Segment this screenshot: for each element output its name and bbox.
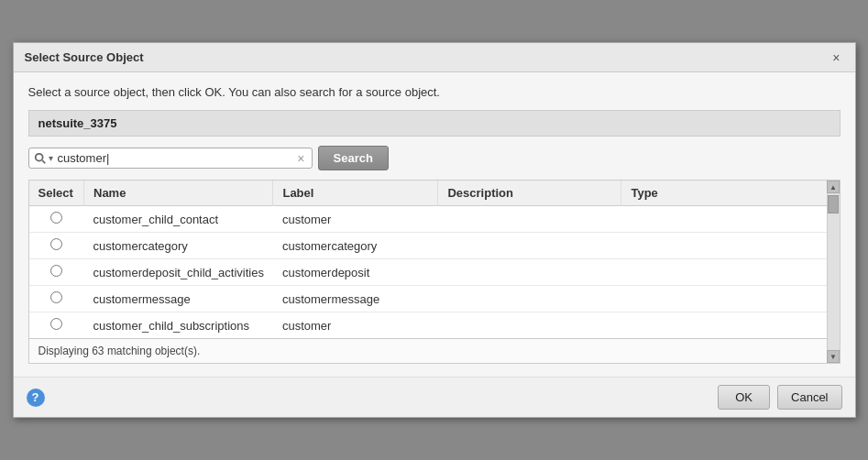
svg-line-1 — [42, 160, 45, 163]
dialog-title-bar: Select Source Object × — [14, 43, 855, 72]
label-cell: customerdeposit — [273, 259, 438, 286]
name-cell: customercategory — [84, 233, 273, 259]
name-cell: customermessage — [84, 286, 273, 312]
table-row: customer_child_subscriptionscustomer — [29, 312, 840, 339]
description-cell — [438, 233, 621, 259]
select-cell[interactable] — [29, 259, 84, 286]
description-cell — [438, 259, 621, 286]
results-table-container: Select Name Label Description Type custo… — [28, 180, 841, 364]
select-cell[interactable] — [29, 206, 84, 233]
type-cell — [621, 312, 840, 339]
select-cell[interactable] — [29, 286, 84, 312]
search-icon — [34, 152, 47, 165]
name-cell: customer_child_contact — [84, 206, 273, 233]
type-cell — [621, 233, 840, 259]
col-header-type: Type — [621, 181, 840, 206]
select-source-dialog: Select Source Object × Select a source o… — [13, 42, 856, 418]
search-input-wrap: ▾ × — [28, 148, 313, 169]
description-cell — [438, 312, 621, 339]
dialog-instructions: Select a source object, then click OK. Y… — [28, 85, 841, 99]
scrollbar-down-button[interactable]: ▼ — [827, 350, 840, 363]
table-header-row: Select Name Label Description Type — [29, 181, 840, 206]
label-cell: customermessage — [273, 286, 438, 312]
status-bar: Displaying 63 matching object(s). — [29, 338, 840, 363]
label-cell: customercategory — [273, 233, 438, 259]
label-cell: customer — [273, 312, 438, 339]
col-header-label: Label — [273, 181, 438, 206]
table-row: customercategorycustomercategory — [29, 233, 840, 259]
type-cell — [621, 259, 840, 286]
name-cell: customerdeposit_child_activities — [84, 259, 273, 286]
type-cell — [621, 206, 840, 233]
select-radio[interactable] — [50, 238, 62, 250]
cancel-button[interactable]: Cancel — [777, 385, 841, 410]
select-radio[interactable] — [50, 318, 62, 330]
table-row: customermessagecustomermessage — [29, 286, 840, 312]
name-cell: customer_child_subscriptions — [84, 312, 273, 339]
search-input[interactable] — [58, 151, 296, 165]
svg-point-0 — [35, 153, 42, 160]
select-radio[interactable] — [50, 265, 62, 277]
select-radio[interactable] — [50, 291, 62, 303]
col-header-name: Name — [84, 181, 273, 206]
description-cell — [438, 206, 621, 233]
results-table: Select Name Label Description Type custo… — [29, 181, 840, 338]
dialog-body: Select a source object, then click OK. Y… — [14, 72, 855, 377]
col-header-description: Description — [438, 181, 621, 206]
footer-buttons: OK Cancel — [718, 385, 841, 410]
select-cell[interactable] — [29, 233, 84, 259]
table-row: customerdeposit_child_activitiescustomer… — [29, 259, 840, 286]
table-row: customer_child_contactcustomer — [29, 206, 840, 233]
select-radio[interactable] — [50, 212, 62, 224]
dialog-title: Select Source Object — [25, 50, 144, 64]
help-icon[interactable]: ? — [27, 389, 45, 407]
close-button[interactable]: × — [829, 51, 843, 64]
type-cell — [621, 286, 840, 312]
col-header-select: Select — [29, 181, 84, 206]
dialog-footer: ? OK Cancel — [14, 377, 855, 417]
scrollbar-up-button[interactable]: ▲ — [827, 181, 840, 193]
search-row: ▾ × Search — [28, 146, 841, 170]
scrollbar-track: ▲ ▼ — [827, 181, 840, 363]
source-label: netsuite_3375 — [28, 110, 841, 137]
scrollbar-thumb[interactable] — [828, 195, 839, 214]
label-cell: customer — [273, 206, 438, 233]
ok-button[interactable]: OK — [718, 385, 770, 410]
search-button[interactable]: Search — [318, 146, 389, 170]
description-cell — [438, 286, 621, 312]
select-cell[interactable] — [29, 312, 84, 339]
search-dropdown-arrow[interactable]: ▾ — [49, 153, 53, 163]
search-clear-button[interactable]: × — [295, 152, 306, 165]
